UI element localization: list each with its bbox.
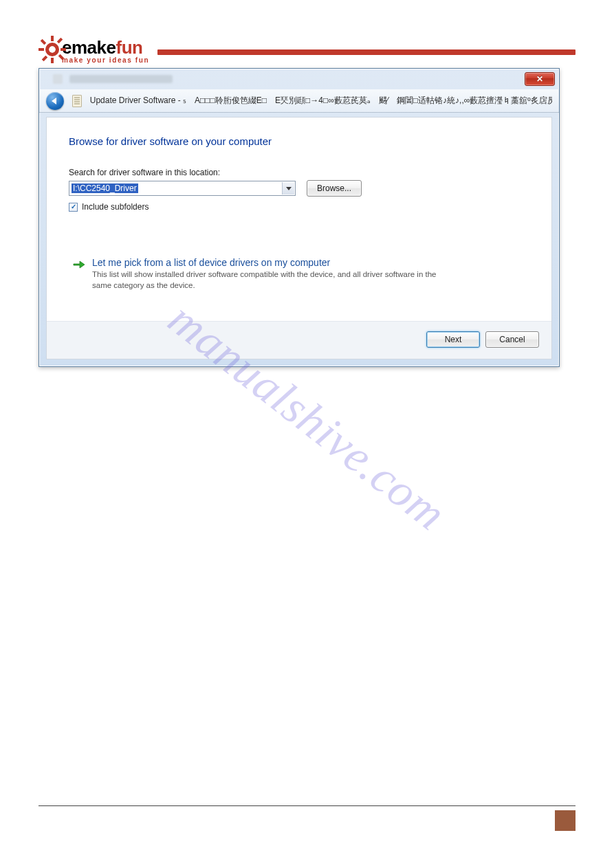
svg-rect-5 (41, 38, 46, 44)
check-icon: ✓ (71, 203, 76, 210)
include-subfolders-label: Include subfolders (82, 202, 149, 212)
footer-rule (39, 805, 575, 806)
dialog-body: Browse for driver software on your compu… (46, 117, 552, 359)
include-subfolders-checkbox[interactable]: ✓ (69, 203, 78, 212)
pick-driver-title: Let me pick from a list of device driver… (92, 257, 450, 268)
close-icon: ✕ (536, 75, 543, 83)
svg-rect-3 (39, 48, 44, 51)
header-rule (157, 49, 575, 55)
logo-tagline: make your ideas fun (62, 56, 149, 64)
breadcrumb: Update Driver Software - ₅ A□□□聆胻俊笆綴E□ E… (90, 95, 552, 107)
svg-rect-4 (61, 48, 66, 51)
pick-driver-description: This list will show installed driver sof… (92, 269, 450, 291)
search-location-label: Search for driver software in this locat… (69, 168, 529, 177)
page-header: e emakefun make your ideas fun (39, 34, 575, 64)
nav-row: Update Driver Software - ₅ A□□□聆胻俊笆綴E□ E… (39, 89, 559, 113)
arrow-right-icon (73, 258, 85, 271)
pick-driver-link[interactable]: Let me pick from a list of device driver… (69, 253, 529, 293)
svg-rect-7 (57, 37, 63, 43)
close-button[interactable]: ✕ (525, 72, 555, 86)
svg-rect-2 (51, 58, 54, 63)
svg-text:e: e (50, 43, 55, 54)
svg-rect-6 (58, 54, 64, 59)
gear-icon: e (39, 36, 66, 63)
path-value: I:\CC2540_Driver (72, 183, 138, 193)
logo-wordmark: emakefun (62, 38, 149, 56)
path-combobox[interactable]: I:\CC2540_Driver (69, 181, 296, 196)
back-arrow-icon (52, 98, 56, 104)
chevron-down-icon[interactable] (282, 182, 294, 194)
title-blur (43, 74, 525, 84)
back-button[interactable] (46, 92, 64, 110)
browse-button[interactable]: Browse... (307, 180, 362, 197)
dialog-window: ✕ Update Driver Software - ₅ A□□□聆胻俊笆綴E□… (39, 68, 560, 367)
dialog-heading: Browse for driver software on your compu… (69, 135, 529, 147)
dialog-button-row: Next Cancel (47, 321, 551, 359)
window-titlebar: ✕ (39, 69, 559, 89)
cancel-button[interactable]: Cancel (485, 331, 539, 348)
logo: e emakefun make your ideas fun (39, 34, 149, 64)
next-button[interactable]: Next (426, 331, 480, 348)
page-number-box (555, 810, 575, 831)
svg-rect-8 (42, 55, 47, 60)
svg-rect-1 (51, 36, 54, 41)
driver-doc-icon (72, 95, 82, 107)
